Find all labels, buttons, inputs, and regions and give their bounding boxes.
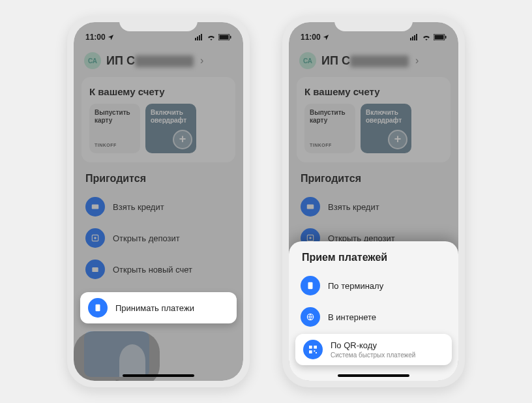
svg-rect-28: [316, 352, 317, 353]
chevron-right-icon: ›: [415, 55, 419, 67]
svg-rect-7: [92, 205, 99, 209]
credit-icon: [85, 197, 105, 216]
list-item-label: Взять кредит: [113, 202, 164, 212]
svg-rect-1: [197, 37, 198, 40]
home-indicator[interactable]: [338, 374, 409, 377]
useful-heading: Пригодится: [74, 172, 243, 191]
sheet-item-internet[interactable]: В интернете: [293, 301, 454, 333]
location-icon: [323, 34, 329, 40]
story-card[interactable]: [84, 331, 149, 377]
avatar: СА: [84, 52, 101, 69]
svg-rect-12: [410, 38, 411, 40]
account-icon: [85, 260, 105, 279]
battery-icon: [218, 34, 231, 40]
svg-point-9: [94, 237, 96, 239]
status-time: 11:00: [301, 33, 329, 42]
tinkoff-logo: TINKOFF: [310, 143, 332, 148]
story-label: Налоговый учет: [74, 377, 160, 381]
svg-rect-24: [309, 346, 312, 349]
svg-rect-2: [199, 35, 200, 40]
credit-icon: [301, 197, 320, 216]
list-item-deposit[interactable]: Открыть депозит: [78, 222, 239, 254]
account-header[interactable]: СА ИП С ›: [74, 47, 243, 77]
sheet-item-terminal[interactable]: По терминалу: [293, 270, 454, 301]
svg-rect-13: [412, 37, 413, 40]
story-section: Налоговый учет: [74, 323, 160, 381]
globe-icon: [301, 307, 320, 327]
status-right: [195, 34, 231, 40]
tile-issue-card[interactable]: Выпустить карту TINKOFF: [304, 104, 355, 153]
svg-rect-10: [92, 267, 98, 272]
header-title: ИП С: [321, 54, 409, 68]
status-time: 11:00: [85, 33, 114, 42]
tile-issue-card[interactable]: Выпустить карту TINKOFF: [89, 104, 140, 153]
sheet-item-label: По терминалу: [328, 281, 383, 291]
notch: [119, 16, 198, 31]
list-item-credit[interactable]: Взять кредит: [78, 191, 239, 222]
svg-rect-18: [445, 36, 447, 38]
useful-list: Взять кредит Открыть депозит Открыть нов…: [74, 191, 243, 285]
wifi-icon: [422, 34, 431, 40]
payments-sheet: Прием платежей По терминалу В интернете …: [289, 241, 458, 381]
svg-rect-27: [314, 350, 315, 351]
svg-point-21: [309, 237, 312, 239]
location-icon: [108, 34, 114, 40]
status-right: [410, 34, 447, 40]
svg-rect-0: [195, 38, 196, 40]
useful-heading: Пригодится: [289, 172, 458, 191]
list-item-open-account[interactable]: Открыть новый счет: [78, 254, 239, 285]
svg-rect-17: [435, 35, 444, 40]
svg-rect-6: [230, 36, 231, 38]
svg-rect-26: [309, 350, 312, 353]
svg-rect-22: [308, 282, 313, 290]
signal-icon: [195, 34, 204, 40]
plus-icon: +: [388, 130, 407, 149]
sheet-item-label: В интернете: [328, 312, 376, 322]
signal-icon: [410, 34, 419, 40]
battery-icon: [434, 34, 447, 40]
qr-icon: [303, 340, 323, 359]
sheet-item-label: По QR-коду: [331, 340, 377, 350]
list-item-label: Открыть новый счет: [113, 265, 192, 275]
notch: [334, 16, 413, 31]
deposit-icon: [85, 228, 105, 248]
account-actions-card: К вашему счету Выпустить карту TINKOFF В…: [297, 77, 451, 162]
wifi-icon: [207, 34, 216, 40]
chevron-right-icon: ›: [200, 55, 203, 67]
svg-rect-15: [416, 34, 417, 40]
tile-overdraft[interactable]: Включить овердрафт +: [361, 104, 411, 153]
svg-rect-19: [307, 205, 314, 209]
avatar: СА: [299, 52, 316, 69]
phone-left: 11:00 СА ИП С › К вашему счету: [67, 16, 250, 387]
plus-icon: +: [173, 130, 192, 149]
tile-overdraft[interactable]: Включить овердрафт +: [145, 104, 196, 153]
svg-rect-25: [314, 346, 317, 349]
tinkoff-logo: TINKOFF: [95, 143, 117, 148]
sheet-title: Прием платежей: [293, 252, 454, 270]
terminal-icon: [301, 276, 320, 295]
list-item-label: Открыть депозит: [113, 233, 180, 243]
account-section-title: К вашему счету: [304, 86, 443, 97]
svg-rect-14: [414, 35, 415, 40]
home-indicator[interactable]: [123, 374, 194, 377]
sheet-item-sub: Система быстрых платежей: [331, 351, 415, 359]
sheet-item-qr[interactable]: По QR-коду Система быстрых платежей: [295, 334, 452, 365]
account-actions-card: К вашему счету Выпустить карту TINKOFF В…: [81, 77, 235, 162]
screen-left: 11:00 СА ИП С › К вашему счету: [74, 22, 243, 381]
screen-right: 11:00 СА ИП С › К вашему счету: [289, 22, 458, 381]
svg-rect-3: [201, 34, 202, 40]
header-title: ИП С: [106, 54, 194, 68]
account-section-title: К вашему счету: [89, 86, 228, 97]
list-item-label: Принимать платежи: [115, 303, 194, 313]
svg-rect-11: [96, 305, 100, 312]
list-item-credit[interactable]: Взять кредит: [293, 191, 454, 222]
list-item-label: Взять кредит: [328, 202, 379, 212]
svg-rect-5: [220, 35, 229, 40]
payments-icon: [88, 298, 108, 318]
sheet-item-text: По QR-коду Система быстрых платежей: [331, 340, 415, 359]
account-header[interactable]: СА ИП С ›: [289, 47, 458, 77]
phone-right: 11:00 СА ИП С › К вашему счету: [282, 16, 465, 387]
list-item-accept-payments[interactable]: Принимать платежи: [80, 292, 237, 323]
